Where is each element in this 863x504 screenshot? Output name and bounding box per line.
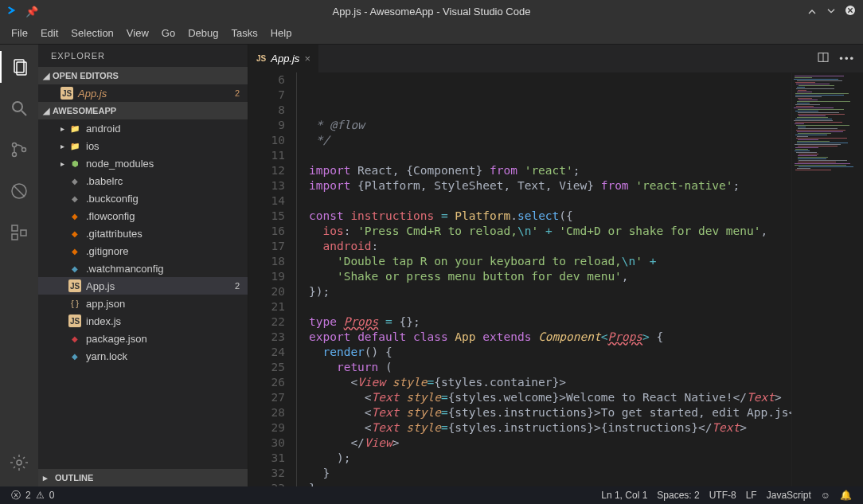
status-errors[interactable]: ⓧ2 ⚠0 — [6, 489, 59, 502]
maximize-icon[interactable] — [825, 4, 838, 19]
close-icon[interactable]: × — [304, 53, 310, 64]
file-tree: ▸📁android▸📁ios▸⬢node_modules◆.babelrc◆.b… — [38, 119, 248, 469]
file-name: App.js — [86, 280, 115, 292]
file-name: .buckconfig — [86, 193, 139, 205]
menu-file[interactable]: File — [5, 24, 34, 42]
menubar: File Edit Selection View Go Debug Tasks … — [0, 22, 863, 45]
file-name: .gitattributes — [86, 228, 143, 240]
file-item[interactable]: ◆package.json — [38, 330, 248, 347]
svg-rect-11 — [12, 234, 18, 240]
file-item[interactable]: ◆.buckconfig — [38, 189, 248, 207]
activity-bar — [0, 45, 38, 486]
file-name: ios — [86, 140, 100, 152]
file-name: node_modules — [86, 158, 154, 170]
menu-selection[interactable]: Selection — [64, 24, 119, 42]
minimize-icon[interactable] — [806, 4, 818, 19]
svg-point-13 — [17, 460, 21, 465]
sidebar: EXPLORER ◢OPEN EDITORS JS App.js 2 ◢AWES… — [38, 45, 248, 486]
line-gutter: 6789101112131415161718192021222324252627… — [248, 72, 296, 486]
svg-line-9 — [14, 186, 25, 197]
open-editors-label: OPEN EDITORS — [53, 71, 119, 80]
open-editors-header[interactable]: ◢OPEN EDITORS — [38, 67, 248, 84]
window-titlebar: 📌 App.js - AwesomeApp - Visual Studio Co… — [0, 0, 863, 22]
outline-label: OUTLINE — [55, 473, 93, 483]
file-badge: 2 — [235, 281, 240, 291]
status-lang[interactable]: JavaScript — [762, 490, 816, 501]
file-name: .gitignore — [86, 245, 128, 257]
outline-header[interactable]: ▸ OUTLINE — [38, 469, 248, 486]
file-name: .babelrc — [86, 175, 123, 187]
pin-icon[interactable]: 📌 — [25, 6, 38, 18]
project-label: AWESOMEAPP — [53, 106, 116, 115]
activity-debug[interactable] — [0, 175, 38, 207]
svg-line-4 — [21, 111, 26, 115]
file-item[interactable]: ◆.flowconfig — [38, 207, 248, 225]
error-icon: ⓧ — [11, 489, 21, 502]
menu-debug[interactable]: Debug — [182, 24, 225, 42]
file-item[interactable]: { }app.json — [38, 295, 248, 312]
tab-app-js[interactable]: JS App.js × — [248, 45, 319, 72]
file-item[interactable]: ▸⬢node_modules — [38, 154, 248, 172]
split-editor-icon[interactable] — [817, 51, 830, 66]
svg-rect-12 — [21, 230, 26, 236]
file-item[interactable]: ◆.gitattributes — [38, 225, 248, 242]
file-name: .flowconfig — [86, 210, 135, 222]
file-item[interactable]: ▸📁android — [38, 119, 248, 137]
js-icon: JS — [61, 87, 73, 100]
file-name: app.json — [86, 298, 125, 310]
activity-search[interactable] — [0, 92, 38, 124]
menu-edit[interactable]: Edit — [34, 24, 64, 42]
status-ln-col[interactable]: Ln 1, Col 1 — [596, 490, 652, 501]
status-bell-icon[interactable]: 🔔 — [835, 490, 857, 501]
status-spaces[interactable]: Spaces: 2 — [652, 490, 704, 501]
file-item[interactable]: ◆.gitignore — [38, 242, 248, 260]
warning-icon: ⚠ — [36, 490, 45, 501]
activity-settings[interactable] — [0, 447, 38, 479]
status-encoding[interactable]: UTF-8 — [705, 490, 741, 501]
menu-help[interactable]: Help — [264, 24, 299, 42]
project-header[interactable]: ◢AWESOMEAPP — [38, 102, 248, 119]
more-icon[interactable]: ••• — [839, 53, 855, 64]
svg-point-6 — [13, 153, 17, 157]
menu-view[interactable]: View — [120, 24, 155, 42]
js-icon: JS — [256, 54, 266, 63]
svg-point-5 — [13, 143, 17, 147]
window-title: App.js - AwesomeApp - Visual Studio Code — [333, 6, 531, 18]
file-item[interactable]: JSindex.js — [38, 312, 248, 330]
file-name: index.js — [86, 315, 121, 327]
menu-go[interactable]: Go — [155, 24, 182, 42]
status-eol[interactable]: LF — [741, 490, 762, 501]
file-name: yarn.lock — [86, 350, 127, 362]
file-name: .watchmanconfig — [86, 263, 164, 275]
file-name: android — [86, 123, 120, 135]
open-editor-badge: 2 — [235, 88, 240, 98]
svg-point-3 — [13, 102, 22, 111]
code-content[interactable]: * @flow */import React, {Component} from… — [296, 72, 791, 486]
status-bar: ⓧ2 ⚠0 Ln 1, Col 1 Spaces: 2 UTF-8 LF Jav… — [0, 486, 863, 504]
open-editor-item[interactable]: JS App.js 2 — [38, 84, 248, 102]
editor-area: JS App.js × ••• 678910111213141516171819… — [248, 45, 863, 486]
svg-point-7 — [22, 148, 26, 152]
tab-label: App.js — [271, 53, 299, 64]
minimap[interactable] — [791, 72, 863, 486]
editor-tabs: JS App.js × ••• — [248, 45, 863, 72]
vscode-icon — [6, 4, 19, 19]
file-name: package.json — [86, 333, 147, 345]
file-item[interactable]: JSApp.js2 — [38, 277, 248, 295]
menu-tasks[interactable]: Tasks — [225, 24, 264, 42]
sidebar-title: EXPLORER — [38, 45, 248, 67]
activity-explorer[interactable] — [0, 51, 38, 83]
status-feedback-icon[interactable]: ☺ — [816, 490, 835, 501]
open-editor-name: App.js — [78, 88, 107, 100]
activity-git[interactable] — [0, 134, 38, 166]
activity-extensions[interactable] — [0, 217, 38, 248]
file-item[interactable]: ◆yarn.lock — [38, 347, 248, 365]
svg-rect-10 — [12, 225, 18, 231]
file-item[interactable]: ▸📁ios — [38, 137, 248, 154]
file-item[interactable]: ◆.babelrc — [38, 172, 248, 189]
file-item[interactable]: ◆.watchmanconfig — [38, 260, 248, 277]
close-icon[interactable] — [844, 4, 857, 19]
code-editor[interactable]: 6789101112131415161718192021222324252627… — [248, 72, 863, 486]
